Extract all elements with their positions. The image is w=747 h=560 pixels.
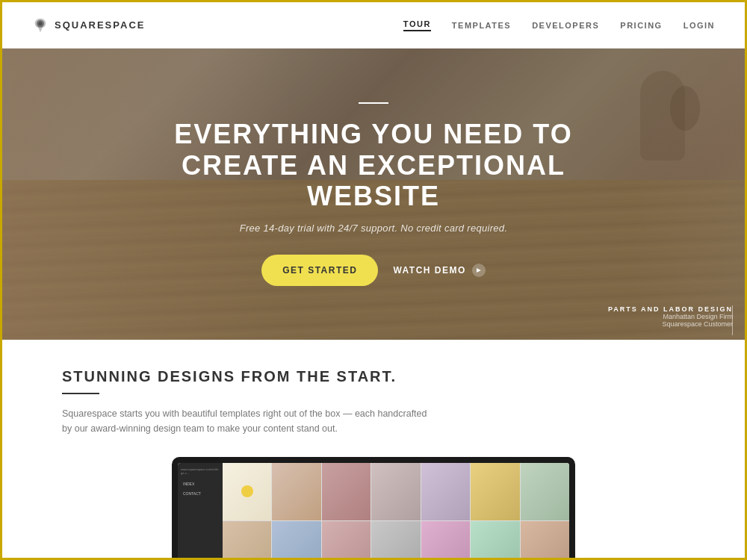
- watch-demo-label: WATCH DEMO: [393, 265, 465, 276]
- designs-title: STUNNING DESIGNS FROM THE START.: [62, 368, 685, 385]
- template-cell: [371, 463, 420, 520]
- attribution-sub1: Manhattan Design Firm: [608, 313, 733, 320]
- template-cell: [272, 463, 320, 520]
- template-grid: [223, 463, 569, 560]
- get-started-button[interactable]: GET STARTED: [261, 255, 378, 286]
- svg-point-0: [38, 21, 43, 25]
- template-cell: [322, 521, 371, 561]
- hero-section: EVERYTHING YOU NEED TO CREATE AN EXCEPTI…: [2, 49, 745, 340]
- designs-description: Squarespace starts you with beautiful te…: [62, 406, 436, 436]
- logo-text: SQUARESPACE: [55, 19, 145, 31]
- laptop-mockup: www.squarespace.com/college-c... INDEX C…: [172, 457, 575, 560]
- attribution-name: PARTS AND LABOR DESIGN: [608, 305, 733, 313]
- hero-attribution: PARTS AND LABOR DESIGN Manhattan Design …: [608, 305, 733, 328]
- laptop-screen: www.squarespace.com/college-c... INDEX C…: [178, 463, 569, 560]
- hero-content: EVERYTHING YOU NEED TO CREATE AN EXCEPTI…: [2, 49, 745, 340]
- hero-title: EVERYTHING YOU NEED TO CREATE AN EXCEPTI…: [112, 119, 635, 211]
- logo[interactable]: SQUARESPACE: [32, 17, 145, 34]
- attribution-sub2: Squarespace Customer: [608, 320, 733, 328]
- template-sidebar: www.squarespace.com/college-c... INDEX C…: [178, 463, 223, 560]
- main-nav: TOUR TEMPLATES DEVELOPERS PRICING LOGIN: [403, 19, 715, 31]
- nav-item-pricing[interactable]: PRICING: [620, 21, 662, 30]
- template-cell: [272, 521, 320, 561]
- template-cell: [421, 463, 470, 520]
- hero-divider: [359, 102, 388, 104]
- logo-icon: [32, 17, 49, 34]
- sidebar-item-index: INDEX: [181, 480, 220, 488]
- template-cell: [223, 521, 271, 561]
- template-cell: [471, 463, 519, 520]
- nav-item-developers[interactable]: DEVELOPERS: [532, 21, 599, 30]
- template-cell: [371, 521, 420, 561]
- hero-buttons: GET STARTED WATCH DEMO ▶: [261, 255, 486, 286]
- attribution-line: [732, 305, 733, 335]
- play-icon: ▶: [472, 264, 486, 277]
- designs-section: STUNNING DESIGNS FROM THE START. Squares…: [2, 340, 745, 560]
- template-cell: [223, 463, 271, 520]
- template-cell: [521, 463, 569, 520]
- hero-subtitle: Free 14-day trial with 24/7 support. No …: [240, 223, 508, 234]
- template-cell: [322, 463, 371, 520]
- sidebar-item-contact: CONTACT: [181, 490, 220, 497]
- nav-item-login[interactable]: LOGIN: [684, 21, 715, 30]
- watch-demo-button[interactable]: WATCH DEMO ▶: [393, 264, 485, 277]
- designs-underline: [62, 393, 99, 394]
- template-cell: [421, 521, 470, 561]
- header: SQUARESPACE TOUR TEMPLATES DEVELOPERS PR…: [2, 2, 745, 49]
- template-cell: [471, 521, 519, 561]
- sidebar-url: www.squarespace.com/college-c...: [181, 467, 220, 475]
- nav-item-tour[interactable]: TOUR: [403, 19, 431, 31]
- nav-item-templates[interactable]: TEMPLATES: [452, 21, 511, 30]
- template-cell: [521, 521, 569, 561]
- laptop-container: www.squarespace.com/college-c... INDEX C…: [62, 457, 685, 560]
